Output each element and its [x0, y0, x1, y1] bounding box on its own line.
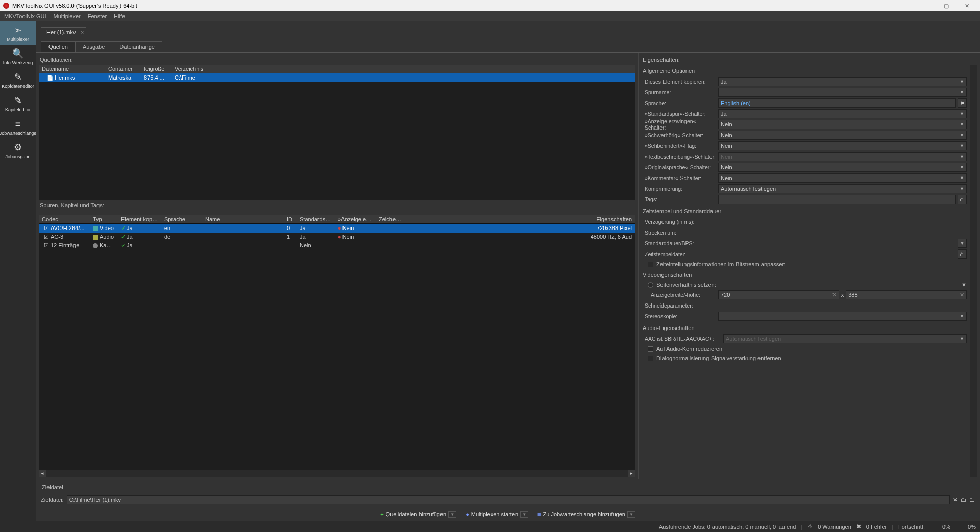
visual-impaired-select[interactable]: Nein▼: [718, 141, 967, 150]
compression-select[interactable]: Automatisch festlegen▼: [718, 184, 967, 193]
file-tab[interactable]: Her (1).mkv ×: [41, 27, 86, 37]
default-track-select[interactable]: Ja▼: [718, 109, 967, 118]
add-sources-button[interactable]: +Quelldateien hinzufügen▼: [380, 511, 456, 518]
file-tabs: Her (1).mkv ×: [36, 24, 980, 37]
source-files-table: Dateiname Container teigröße Verzeichnis…: [39, 65, 635, 200]
tab-output[interactable]: Ausgabe: [75, 41, 112, 52]
menu-mkvtoolnix[interactable]: MKVToolNix GUI: [4, 13, 46, 19]
chevron-down-icon[interactable]: ▼: [520, 511, 528, 518]
delay-input[interactable]: [718, 217, 967, 226]
text-description-select[interactable]: Nein▼: [718, 152, 967, 161]
gear-icon: ⚙: [14, 142, 22, 153]
default-duration-dropdown[interactable]: ▼: [958, 239, 967, 248]
destination-area: Zieldatei Zieldatei: C:\Filme\Her (1).mk…: [36, 479, 980, 508]
video-header: Videoeigenschaften: [642, 269, 967, 280]
clear-height-icon[interactable]: ✕: [960, 292, 964, 298]
start-mux-button[interactable]: ●Multiplexen starten▼: [465, 511, 528, 518]
dest-file-input[interactable]: C:\Filme\Her (1).mkv: [67, 495, 950, 504]
scroll-left-icon[interactable]: ◄: [39, 470, 46, 477]
window-titlebar: MKVToolNix GUI v58.0.0 ('Supper's Ready'…: [0, 0, 980, 11]
minimize-button[interactable]: ─: [916, 0, 936, 11]
general-options-header: Allgemeine Optionen: [642, 65, 967, 76]
dest-browse-button[interactable]: 🗀: [961, 497, 966, 503]
commentary-select[interactable]: Nein▼: [718, 173, 967, 183]
menu-help[interactable]: Hilfe: [114, 13, 125, 19]
app-icon: [3, 3, 9, 9]
sidebar-item-job-output[interactable]: ⚙ Jobausgabe: [0, 139, 36, 162]
info-icon: 🔍: [12, 48, 23, 59]
original-language-select[interactable]: Nein▼: [718, 163, 967, 172]
copy-element-select[interactable]: Ja▼: [718, 77, 967, 86]
maximize-button[interactable]: ▢: [936, 0, 957, 11]
file-tab-label: Her (1).mkv: [46, 29, 76, 35]
sidebar-item-multiplexer[interactable]: ➣ Multiplexer: [0, 21, 36, 45]
track-row[interactable]: 12 EinträgeKapitelJaNein: [39, 241, 635, 250]
hearing-impaired-select[interactable]: Nein▼: [718, 131, 967, 140]
sidebar-item-job-queue[interactable]: ≡ Jobwarteschlange: [0, 115, 36, 139]
chevron-down-icon[interactable]: ▼: [448, 511, 456, 518]
timestamp-browse-button[interactable]: 🗀: [958, 249, 967, 259]
dest-clear-button[interactable]: ✕: [953, 497, 958, 503]
remove-dialnorm-checkbox[interactable]: [648, 356, 653, 361]
pencil-icon: ✎: [14, 71, 22, 83]
tracks-hscrollbar[interactable]: ◄ ►: [39, 470, 635, 477]
dest-label: Zieldatei:: [41, 497, 64, 503]
progress-label: Fortschritt:: [898, 524, 925, 530]
default-duration-input[interactable]: [718, 239, 956, 248]
properties-vscrollbar[interactable]: [970, 65, 977, 477]
multiplexer-icon: ➣: [14, 24, 22, 36]
track-name-input[interactable]: ▼: [718, 88, 967, 97]
menu-window[interactable]: Fenster: [88, 13, 107, 19]
tool-sidebar: ➣ Multiplexer 🔍 Info-Werkzeug ✎ Kopfdate…: [0, 21, 36, 521]
sidebar-item-header-editor[interactable]: ✎ Kopfdateneditor: [0, 68, 36, 92]
progress-2: 0%: [955, 524, 976, 530]
language-browse-button[interactable]: ⚑: [958, 98, 967, 108]
track-row[interactable]: AC-3AudioJade1JaNein48000 Hz, 6 Aud: [39, 233, 635, 241]
close-button[interactable]: ✕: [957, 0, 977, 11]
reduce-audio-core-checkbox[interactable]: [648, 346, 653, 352]
sub-tabs: Quellen Ausgabe Dateianhänge: [36, 40, 980, 52]
tracks-label: Spuren, Kapitel und Tags:: [39, 200, 635, 210]
status-errors[interactable]: 0 Fehler: [866, 524, 887, 530]
display-height-input[interactable]: 388✕: [846, 290, 967, 299]
bitstream-timing-checkbox[interactable]: [648, 262, 653, 267]
menubar: MKVToolNix GUI Multiplexer Fenster Hilfe: [0, 11, 980, 21]
status-warnings[interactable]: 0 Warnungen: [818, 524, 851, 530]
track-row[interactable]: AVC/H.264/...VideoJaen0JaNein720x388 Pix…: [39, 224, 635, 233]
progress-1: 0%: [930, 524, 950, 530]
aspect-dropdown[interactable]: ▼: [961, 282, 967, 288]
source-files-header: Dateiname Container teigröße Verzeichnis: [39, 65, 635, 73]
error-icon: ✖: [856, 523, 861, 530]
add-to-queue-button[interactable]: ≡Zu Jobwarteschlange hinzufügen▼: [537, 511, 635, 518]
tags-browse-button[interactable]: 🗀: [958, 195, 967, 204]
source-file-row[interactable]: Her.mkv Matroska 875.4 ... C:\Filme: [39, 73, 635, 82]
scroll-right-icon[interactable]: ►: [628, 470, 635, 477]
tags-input[interactable]: [718, 195, 956, 204]
main-area: ➣ Multiplexer 🔍 Info-Werkzeug ✎ Kopfdate…: [0, 21, 980, 521]
sidebar-item-info[interactable]: 🔍 Info-Werkzeug: [0, 45, 36, 68]
forced-display-select[interactable]: Nein▼: [718, 120, 967, 129]
tracks-table: Codec Typ Element kopieren Sprache Name …: [39, 215, 635, 477]
tab-attachments[interactable]: Dateianhänge: [112, 41, 162, 52]
tab-sources[interactable]: Quellen: [41, 41, 76, 52]
crop-input[interactable]: [718, 301, 967, 310]
close-tab-icon[interactable]: ×: [81, 29, 84, 35]
dest-recent-button[interactable]: 🗀: [969, 497, 975, 503]
aac-sbr-select[interactable]: Automatisch festlegen▼: [723, 334, 967, 343]
chevron-down-icon[interactable]: ▼: [627, 511, 635, 518]
content-area: Her (1).mkv × Quellen Ausgabe Dateianhän…: [36, 21, 980, 521]
stretch-input[interactable]: [718, 228, 967, 237]
warning-icon: ⚠: [807, 523, 813, 530]
dest-section-label: Zieldatei: [41, 482, 975, 492]
properties-label: Eigenschaften:: [642, 55, 977, 65]
menu-multiplexer[interactable]: Multiplexer: [54, 13, 81, 19]
timestamp-file-input[interactable]: [718, 249, 956, 259]
chapter-icon: ✎: [14, 95, 22, 106]
action-buttons: +Quelldateien hinzufügen▼ ●Multiplexen s…: [36, 508, 980, 521]
display-width-input[interactable]: 720✕: [718, 290, 839, 299]
clear-width-icon[interactable]: ✕: [832, 292, 837, 298]
language-select[interactable]: English (en): [718, 98, 956, 108]
sidebar-item-chapter-editor[interactable]: ✎ Kapiteleditor: [0, 92, 36, 115]
stereoscopy-select[interactable]: ▼: [718, 312, 967, 321]
aspect-ratio-radio[interactable]: [648, 282, 653, 288]
